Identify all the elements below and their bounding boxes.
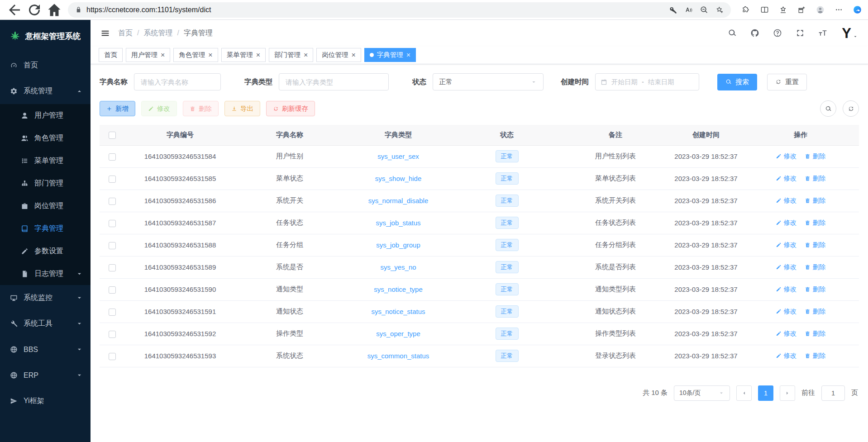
refresh-cache-button[interactable]: 刷新缓存: [266, 101, 315, 116]
tab-user-mgmt[interactable]: 用户管理×: [126, 48, 170, 62]
sidebar-item-system-tools[interactable]: 系统工具: [0, 311, 91, 337]
close-icon[interactable]: ×: [208, 52, 212, 59]
goto-page-input[interactable]: [821, 385, 845, 401]
row-edit-button[interactable]: 修改: [776, 241, 797, 249]
profile-avatar[interactable]: [816, 5, 825, 14]
row-delete-button[interactable]: 删除: [805, 285, 826, 294]
address-bar[interactable]: https://ccnetcore.com:1101/system/dict: [68, 2, 731, 18]
close-icon[interactable]: ×: [161, 52, 165, 59]
row-checkbox[interactable]: [109, 242, 116, 249]
sidebar-toggle-button[interactable]: [100, 29, 110, 38]
app-logo[interactable]: 意框架管理系统: [0, 20, 91, 52]
search-button[interactable]: 搜索: [717, 74, 757, 90]
dict-type-link[interactable]: sys_notice_status: [371, 308, 425, 315]
sidebar-item-yi-framework[interactable]: Yi框架: [0, 388, 91, 414]
export-button[interactable]: 导出: [224, 101, 260, 116]
back-icon[interactable]: [6, 2, 23, 18]
extensions-icon[interactable]: [742, 5, 750, 14]
row-delete-button[interactable]: 删除: [805, 241, 826, 249]
add-favorite-icon[interactable]: [715, 6, 724, 14]
row-edit-button[interactable]: 修改: [776, 329, 797, 338]
row-checkbox[interactable]: [109, 220, 116, 227]
row-checkbox[interactable]: [109, 353, 116, 360]
row-delete-button[interactable]: 删除: [805, 352, 826, 360]
row-edit-button[interactable]: 修改: [776, 307, 797, 316]
close-icon[interactable]: ×: [351, 52, 355, 59]
help-icon[interactable]: [773, 29, 782, 38]
prev-page-button[interactable]: [736, 385, 752, 401]
next-page-button[interactable]: [780, 385, 795, 401]
dict-name-input[interactable]: [134, 73, 221, 90]
row-checkbox[interactable]: [109, 309, 116, 316]
breadcrumb-item[interactable]: 系统管理: [143, 29, 172, 38]
edit-button[interactable]: 修改: [141, 101, 177, 116]
row-checkbox[interactable]: [109, 286, 116, 294]
sidebar-item-dept-mgmt[interactable]: 部门管理: [0, 172, 91, 195]
fullscreen-icon[interactable]: [796, 29, 805, 38]
row-delete-button[interactable]: 删除: [805, 174, 826, 183]
dict-type-link[interactable]: sys_normal_disable: [368, 197, 429, 204]
row-checkbox[interactable]: [109, 176, 116, 183]
sidebar-item-system-monitor[interactable]: 系统监控: [0, 285, 91, 311]
tab-home[interactable]: 首页: [99, 48, 123, 62]
close-icon[interactable]: ×: [406, 52, 410, 59]
bing-icon[interactable]: [853, 5, 862, 14]
sidebar-item-param-settings[interactable]: 参数设置: [0, 240, 91, 262]
row-delete-button[interactable]: 删除: [805, 263, 826, 271]
dict-type-link[interactable]: sys_user_sex: [377, 152, 419, 160]
refresh-table-button[interactable]: [843, 100, 859, 117]
row-checkbox[interactable]: [109, 198, 116, 205]
breadcrumb-item[interactable]: 字典管理: [184, 29, 213, 38]
close-icon[interactable]: ×: [256, 52, 260, 59]
row-edit-button[interactable]: 修改: [776, 352, 797, 360]
row-edit-button[interactable]: 修改: [776, 219, 797, 227]
reset-button[interactable]: 重置: [767, 74, 807, 90]
row-edit-button[interactable]: 修改: [776, 196, 797, 205]
sidebar-item-log-mgmt[interactable]: 日志管理: [0, 262, 91, 285]
date-range-picker[interactable]: 开始日期 - 结束日期: [595, 73, 699, 90]
close-icon[interactable]: ×: [304, 52, 308, 59]
dict-type-link[interactable]: sys_yes_no: [380, 263, 416, 271]
breadcrumb-item[interactable]: 首页: [118, 29, 133, 38]
collections-icon[interactable]: [797, 5, 806, 14]
dict-type-link[interactable]: sys_oper_type: [376, 330, 420, 337]
row-delete-button[interactable]: 删除: [805, 152, 826, 161]
sidebar-item-dict-mgmt[interactable]: 字典管理: [0, 217, 91, 240]
font-size-icon[interactable]: [818, 29, 827, 38]
sidebar-item-erp[interactable]: ERP: [0, 362, 91, 388]
user-logo[interactable]: Y: [842, 26, 858, 40]
sidebar-item-role-mgmt[interactable]: 角色管理: [0, 127, 91, 149]
home-icon[interactable]: [46, 2, 62, 18]
start-date-field[interactable]: 开始日期: [611, 78, 638, 86]
row-delete-button[interactable]: 删除: [805, 329, 826, 338]
sidebar-item-bbs[interactable]: BBS: [0, 337, 91, 362]
favorites-icon[interactable]: [779, 5, 787, 14]
reload-icon[interactable]: [26, 2, 43, 18]
url-text[interactable]: https://ccnetcore.com:1101/system/dict: [86, 6, 665, 14]
tab-menu-mgmt[interactable]: 菜单管理×: [221, 48, 266, 62]
dict-type-link[interactable]: sys_common_status: [367, 352, 429, 360]
dict-type-link[interactable]: sys_show_hide: [375, 175, 422, 182]
more-icon[interactable]: [835, 5, 843, 14]
row-edit-button[interactable]: 修改: [776, 174, 797, 183]
tab-dict-mgmt[interactable]: 字典管理×: [364, 48, 416, 62]
github-icon[interactable]: [750, 29, 759, 38]
dict-type-link[interactable]: sys_notice_type: [374, 285, 423, 293]
row-edit-button[interactable]: 修改: [776, 263, 797, 271]
search-icon[interactable]: [728, 29, 737, 38]
select-all-checkbox[interactable]: [109, 132, 116, 139]
row-delete-button[interactable]: 删除: [805, 196, 826, 205]
tab-role-mgmt[interactable]: 角色管理×: [173, 48, 218, 62]
zoom-icon[interactable]: [700, 6, 708, 14]
dict-type-input[interactable]: [279, 73, 389, 90]
end-date-field[interactable]: 结束日期: [648, 78, 674, 86]
status-select[interactable]: 正常: [433, 73, 544, 90]
row-delete-button[interactable]: 删除: [805, 307, 826, 316]
add-button[interactable]: 新增: [100, 101, 135, 116]
sidebar-item-home[interactable]: 首页: [0, 52, 91, 78]
page-number-button[interactable]: 1: [758, 385, 773, 401]
split-screen-icon[interactable]: [760, 5, 769, 14]
toggle-search-button[interactable]: [820, 100, 836, 117]
row-checkbox[interactable]: [109, 153, 116, 161]
row-checkbox[interactable]: [109, 331, 116, 338]
